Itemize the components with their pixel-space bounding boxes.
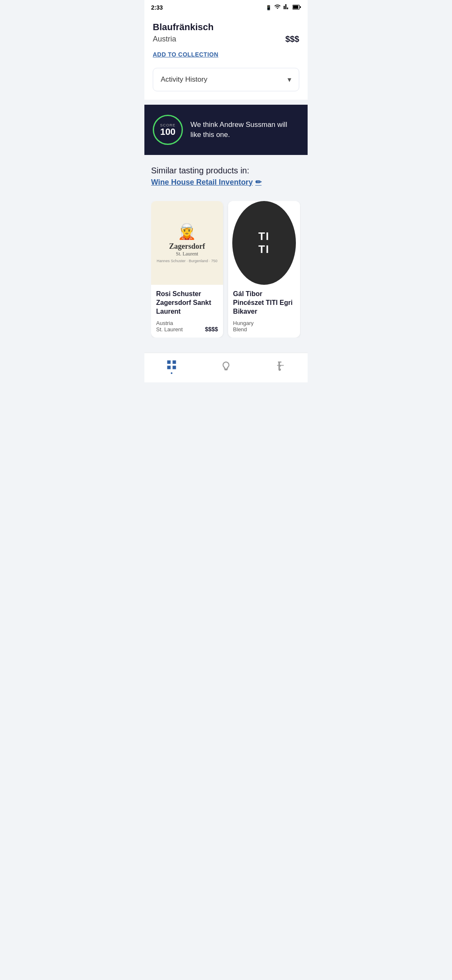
bottom-nav [144,353,308,382]
product-card-body-rosi: Rosi Schuster Zagersdorf Sankt Laurent A… [151,285,223,338]
score-section: score 100 We think Andrew Sussman will l… [144,105,308,155]
nav-item-wine[interactable] [268,359,293,374]
product-price-rosi: $$$$ [205,326,218,333]
wine-name: Blaufränkisch [153,22,299,33]
activity-history-label: Activity History [161,75,207,84]
score-value: 100 [160,127,176,137]
wine-figure-icon: 🧝 [177,223,196,240]
similar-section: Similar tasting products in: Wine House … [144,155,308,343]
product-footer-titi: Hungary Blend [233,320,295,333]
wine-nav-icon [275,361,286,372]
svg-rect-2 [300,6,301,8]
wine-detail-section: Blaufränkisch Austria $$$ ADD TO COLLECT… [144,15,308,100]
product-image-rosi: 🧝 Zagersdorf St. Laurent Hannes Schuster… [151,201,223,285]
product-image-titi: TITI [228,201,300,285]
score-text: We think Andrew Sussman will like this o… [190,120,299,140]
wine-region: Austria [153,35,176,44]
product-meta-titi: Hungary Blend [233,320,254,333]
wine-label-detail: Hannes Schuster · Burgenland · 750 [157,259,217,263]
wine-price: $$$ [285,34,299,44]
taste-nav-icon [220,361,232,372]
product-card-gal-tibor[interactable]: TITI Gál Tibor Pincészet TITI Egri Bikav… [228,201,300,338]
signal-icon [283,3,290,12]
activity-history-accordion[interactable]: Activity History ▾ [153,68,299,91]
products-row: 🧝 Zagersdorf St. Laurent Hannes Schuster… [151,201,301,338]
wine-label-name: Zagersdorf [169,242,205,251]
wifi-icon [274,3,281,12]
status-icons: 📱 [266,3,301,12]
status-time: 2:33 [151,4,163,11]
nav-item-taste[interactable] [213,359,239,374]
product-card-body-titi: Gál Tibor Pincészet TITI Egri Bikaver Hu… [228,285,300,338]
chevron-down-icon: ▾ [288,75,291,84]
nav-item-inventory[interactable] [159,357,184,376]
ue-label: 📱 [266,5,272,10]
similar-title: Similar tasting products in: [151,165,301,176]
svg-rect-3 [277,365,284,366]
product-varietal-rosi: St. Laurent [156,326,183,333]
svg-rect-1 [293,5,298,9]
product-title-rosi: Rosi Schuster Zagersdorf Sankt Laurent [156,290,218,316]
add-to-collection-button[interactable]: ADD TO COLLECTION [153,51,218,58]
titi-initials: TITI [232,201,296,285]
product-region-rosi: Austria [156,320,183,326]
edit-icon: ✏ [255,178,262,187]
product-title-titi: Gál Tibor Pincészet TITI Egri Bikaver [233,290,295,316]
nav-active-dot [171,372,172,374]
wine-meta-row: Austria $$$ [153,34,299,44]
product-card-rosi-schuster[interactable]: 🧝 Zagersdorf St. Laurent Hannes Schuster… [151,201,223,338]
product-region-titi: Hungary [233,320,254,326]
status-bar: 2:33 📱 [144,0,308,15]
inventory-link-text: Wine House Retail Inventory [151,178,253,187]
inventory-link[interactable]: Wine House Retail Inventory ✏ [151,178,262,187]
product-varietal-titi: Blend [233,326,254,333]
product-meta-rosi: Austria St. Laurent [156,320,183,333]
wine-label-sub: St. Laurent [176,251,198,257]
inventory-nav-icon [166,359,177,371]
product-footer-rosi: Austria St. Laurent $$$$ [156,320,218,333]
battery-icon [293,4,301,11]
score-circle: score 100 [153,115,183,145]
